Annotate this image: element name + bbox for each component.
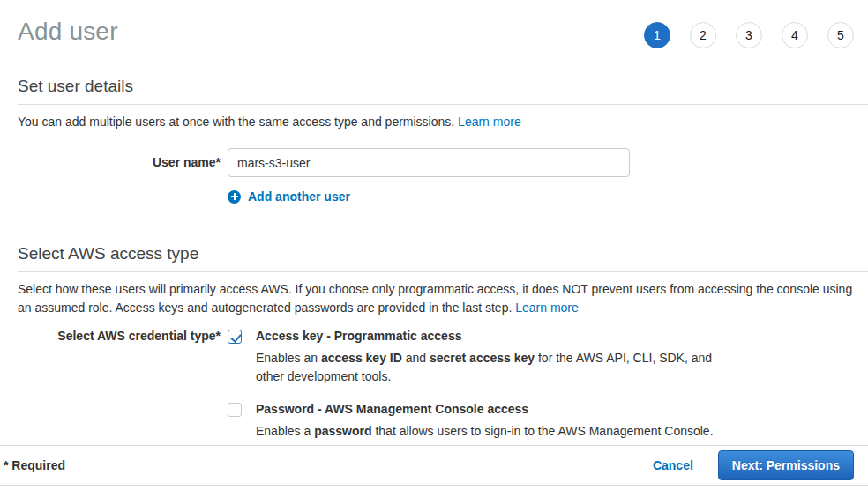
step-3-indicator[interactable]: 3 [736, 22, 762, 48]
access-key-option-desc: Enables an access key ID and secret acce… [256, 349, 743, 386]
desc-text: and [402, 351, 430, 365]
access-key-option: Access key - Programmatic access Enables… [228, 329, 743, 386]
access-type-intro-text: Select how these users will primarily ac… [18, 282, 852, 315]
access-key-checkbox[interactable] [228, 330, 242, 344]
add-another-user-button[interactable]: Add another user [228, 189, 868, 204]
wizard-footer: * Required Cancel Next: Permissions [0, 445, 868, 486]
step-1-indicator[interactable]: 1 [644, 22, 670, 48]
access-key-option-text: Access key - Programmatic access Enables… [256, 329, 743, 386]
access-type-intro: Select how these users will primarily ac… [18, 280, 861, 317]
select-access-type-section: Select AWS access type Select how these … [18, 244, 868, 441]
set-user-details-heading: Set user details [18, 77, 868, 105]
page-header: Add user 1 2 3 4 5 [0, 0, 868, 48]
desc-bold: secret access key [430, 351, 535, 365]
page-title: Add user [18, 18, 118, 46]
user-name-field-wrap [228, 148, 630, 177]
user-details-learn-more-link[interactable]: Learn more [458, 115, 521, 129]
required-note: * Required [4, 458, 65, 472]
footer-actions: Cancel Next: Permissions [653, 450, 854, 480]
password-option-desc: Enables a password that allows users to … [256, 422, 714, 441]
add-another-user-label: Add another user [248, 189, 350, 204]
password-option-title: Password - AWS Management Console access [256, 402, 714, 416]
password-option: Password - AWS Management Console access… [228, 402, 743, 441]
desc-text: Enables an [256, 351, 321, 365]
access-key-option-title: Access key - Programmatic access [256, 329, 743, 343]
step-4-indicator[interactable]: 4 [782, 22, 808, 48]
plus-circle-icon [228, 190, 241, 204]
next-permissions-button[interactable]: Next: Permissions [718, 450, 854, 480]
desc-bold: password [314, 424, 371, 438]
credential-type-row: Select AWS credential type* Access key -… [18, 329, 868, 441]
user-details-intro: You can add multiple users at once with … [18, 113, 861, 131]
wizard-step-indicator: 1 2 3 4 5 [644, 22, 854, 48]
access-type-learn-more-link[interactable]: Learn more [515, 301, 579, 315]
user-details-intro-text: You can add multiple users at once with … [18, 115, 458, 129]
step-5-indicator[interactable]: 5 [827, 22, 854, 48]
select-access-type-heading: Select AWS access type [18, 244, 868, 272]
user-name-input[interactable] [228, 148, 630, 177]
desc-text: that allows users to sign-in to the AWS … [372, 424, 714, 438]
password-option-text: Password - AWS Management Console access… [256, 402, 714, 441]
user-name-row: User name* [18, 148, 868, 177]
step-2-indicator[interactable]: 2 [690, 22, 716, 48]
set-user-details-section: Set user details You can add multiple us… [18, 77, 868, 204]
credential-options: Access key - Programmatic access Enables… [228, 329, 743, 441]
credential-type-label: Select AWS credential type* [18, 329, 221, 441]
desc-bold: access key ID [321, 351, 402, 365]
cancel-button[interactable]: Cancel [653, 458, 693, 472]
user-name-label: User name* [18, 148, 221, 177]
password-checkbox[interactable] [228, 403, 242, 417]
desc-text: Enables a [256, 424, 314, 438]
